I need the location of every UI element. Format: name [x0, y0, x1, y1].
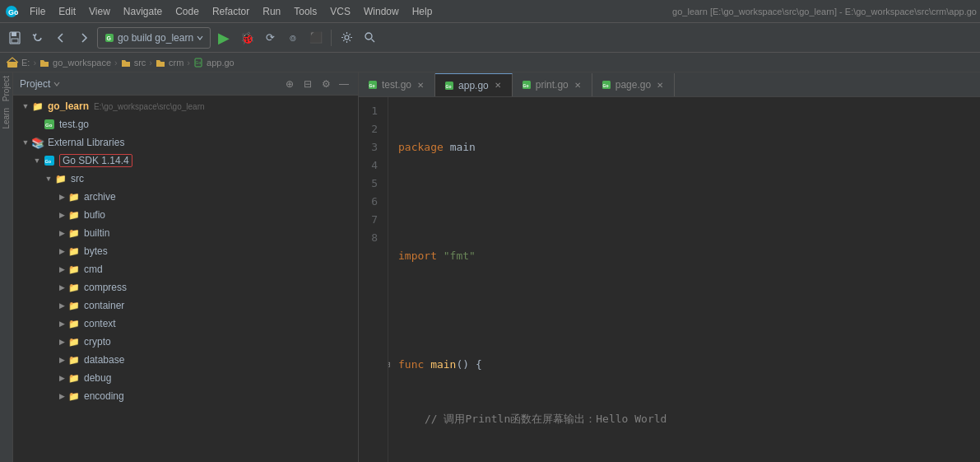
tree-item-go-sdk[interactable]: ▼ Go Go SDK 1.14.4 — [13, 152, 358, 170]
tab-app-go[interactable]: Go app.go ✕ — [435, 73, 513, 96]
tree-item-debug[interactable]: ▶ 📁 debug — [13, 369, 358, 387]
menu-navigate[interactable]: Navigate — [117, 4, 169, 19]
tab-close-app-go[interactable]: ✕ — [492, 80, 504, 91]
toolbar-save-btn[interactable] — [5, 28, 25, 48]
tree-item-crypto[interactable]: ▶ 📁 crypto — [13, 333, 358, 351]
toolbar-back-btn[interactable] — [51, 28, 71, 48]
menu-vcs[interactable]: VCS — [323, 4, 357, 19]
tab-close-test-go[interactable]: ✕ — [415, 79, 426, 91]
breadcrumb-e[interactable]: E: — [21, 58, 30, 68]
menu-view[interactable]: View — [82, 4, 117, 19]
toolbar: G go build go_learn ▶ 🐞 ⟳ ⌾ ⬛ — [0, 23, 980, 53]
menu-file[interactable]: File — [23, 4, 52, 19]
tree-item-builtin[interactable]: ▶ 📁 builtin — [13, 224, 358, 242]
search-btn[interactable] — [360, 28, 379, 48]
breadcrumb-workspace[interactable]: go_workspace — [53, 58, 111, 68]
menu-window[interactable]: Window — [357, 4, 406, 19]
libs-icon: 📚 — [31, 136, 44, 149]
expand-arrow: ▶ — [56, 374, 67, 382]
tree-item-context[interactable]: ▶ 📁 context — [13, 315, 358, 333]
breadcrumb-file[interactable]: app.go — [207, 58, 235, 68]
project-collapse-btn[interactable]: ⊟ — [300, 77, 315, 91]
stop-btn[interactable]: ⬛ — [306, 28, 326, 48]
project-settings-btn[interactable]: ⚙ — [318, 77, 333, 91]
folder-icon-bytes: 📁 — [67, 245, 81, 258]
folder-icon-cmd: 📁 — [67, 263, 81, 276]
tab-test-go[interactable]: Go test.go ✕ — [359, 73, 435, 96]
svg-text:Go: Go — [523, 83, 528, 88]
toolbar-forward-btn[interactable] — [74, 28, 94, 48]
expand-arrow: ▶ — [56, 392, 67, 400]
project-title[interactable]: Project — [20, 78, 60, 90]
src-folder-icon: 📁 — [54, 172, 67, 185]
breadcrumb-src[interactable]: src — [134, 58, 146, 68]
tree-item-src[interactable]: ▼ 📁 src — [13, 170, 358, 188]
menu-run[interactable]: Run — [256, 4, 287, 19]
svg-rect-10 — [7, 62, 17, 68]
breadcrumb-crm[interactable]: crm — [169, 58, 183, 68]
folder-icon-debug: 📁 — [67, 371, 81, 385]
tree-item-container[interactable]: ▶ 📁 container — [13, 296, 358, 315]
project-add-btn[interactable]: ⊕ — [282, 77, 297, 91]
tree-label-cmd: cmd — [84, 264, 103, 275]
code-editor[interactable]: 1 2 3 4 5 6 7 8 package main import "fmt… — [359, 97, 980, 462]
tree-label-archive: archive — [84, 191, 116, 203]
tab-page-go[interactable]: Go page.go ✕ — [592, 73, 675, 96]
expand-arrow: ▼ — [20, 138, 31, 147]
run-btn[interactable]: ▶ — [214, 28, 234, 48]
folder-icon-builtin: 📁 — [67, 226, 81, 240]
toolbar-sync-btn[interactable] — [28, 28, 48, 48]
side-panel: Project Learn — [0, 72, 13, 462]
tree-label-go_learn: go_learn — [48, 100, 89, 112]
menu-code[interactable]: Code — [169, 4, 206, 19]
learn-side-label[interactable]: Learn — [0, 105, 12, 133]
project-minimize-btn[interactable]: — — [337, 77, 351, 91]
tab-close-page-go[interactable]: ✕ — [654, 79, 666, 91]
expand-arrow: ▶ — [56, 301, 67, 310]
tree-label-src: src — [71, 173, 84, 184]
tab-print-go[interactable]: Go print.go ✕ — [513, 73, 592, 96]
profile-btn[interactable]: ⌾ — [283, 28, 303, 48]
breadcrumb: E: › go_workspace › src › crm › Go app.g… — [0, 53, 980, 72]
tree-item-bytes[interactable]: ▶ 📁 bytes — [13, 242, 358, 260]
svg-text:Go: Go — [45, 123, 53, 128]
tree-label-debug: debug — [84, 372, 111, 384]
svg-rect-3 — [12, 32, 16, 36]
project-dropdown-icon — [53, 81, 60, 87]
tree-item-database[interactable]: ▶ 📁 database — [13, 351, 358, 369]
svg-rect-4 — [12, 39, 18, 43]
tree-label-context: context — [84, 318, 116, 329]
tree-item-compress[interactable]: ▶ 📁 compress — [13, 278, 358, 296]
app-logo: Go — [3, 3, 20, 20]
tree-item-bufio[interactable]: ▶ 📁 bufio — [13, 206, 358, 224]
code-content[interactable]: package main import "fmt" ⊟ func main() … — [388, 97, 980, 462]
folder-icon-compress: 📁 — [67, 281, 81, 294]
tree-item-encoding[interactable]: ▶ 📁 encoding — [13, 387, 358, 405]
tree-item-cmd[interactable]: ▶ 📁 cmd — [13, 260, 358, 278]
fold-icon-5[interactable]: ⊟ — [388, 356, 391, 374]
project-side-label[interactable]: Project — [0, 72, 12, 105]
menu-help[interactable]: Help — [406, 4, 439, 19]
expand-arrow: ▶ — [56, 320, 67, 328]
main-layout: Project Learn Project ⊕ ⊟ ⚙ — ▼ 📁 go_lea… — [0, 72, 980, 462]
folder-icon-encoding: 📁 — [67, 390, 81, 403]
svg-text:Go: Go — [196, 60, 202, 65]
tab-icon-print: Go — [521, 79, 532, 91]
debug-btn[interactable]: 🐞 — [237, 28, 257, 48]
settings-btn[interactable] — [337, 28, 356, 48]
menu-edit[interactable]: Edit — [52, 4, 82, 19]
coverage-btn[interactable]: ⟳ — [260, 28, 280, 48]
tree-item-go_learn[interactable]: ▼ 📁 go_learn E:\go_workspace\src\go_lear… — [13, 97, 358, 115]
tree-item-test_go[interactable]: Go test.go — [13, 115, 358, 133]
menubar: Go File Edit View Navigate Code Refactor… — [0, 0, 980, 23]
toolbar-sep1 — [331, 30, 332, 46]
tab-close-print-go[interactable]: ✕ — [572, 79, 583, 91]
tree-item-archive[interactable]: ▶ 📁 archive — [13, 188, 358, 206]
menu-refactor[interactable]: Refactor — [206, 4, 256, 19]
go-file-icon: Go — [43, 118, 56, 131]
build-config-selector[interactable]: G go build go_learn — [97, 27, 211, 49]
menu-tools[interactable]: Tools — [287, 4, 323, 19]
breadcrumb-folder-icon3 — [156, 58, 165, 68]
tree-item-external-libs[interactable]: ▼ 📚 External Libraries — [13, 133, 358, 152]
expand-arrow: ▶ — [56, 229, 67, 237]
